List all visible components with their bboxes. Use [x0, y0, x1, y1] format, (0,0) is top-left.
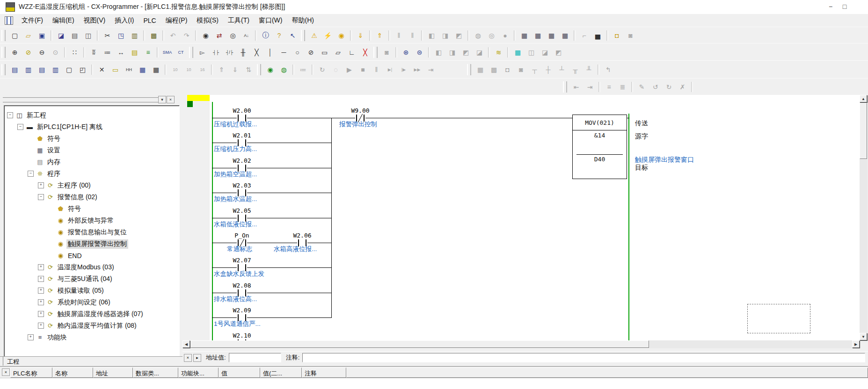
tb-io-comment-view[interactable]: ▦: [136, 64, 149, 76]
tb-compile[interactable]: ⚠: [308, 29, 321, 42]
tb-select-mode[interactable]: ▻: [196, 46, 209, 58]
tree-item-plc[interactable]: −▬新PLC1[CP1H-E] 离线: [4, 121, 179, 133]
tb-view-properties[interactable]: ◰: [76, 64, 89, 76]
tb-cut[interactable]: ✂: [101, 29, 114, 42]
tb-zoom-out[interactable]: ⊖: [36, 46, 48, 58]
tb-new-coil-nc[interactable]: ⊘: [305, 46, 317, 58]
toolbar-drag-handle[interactable]: [1, 47, 6, 58]
tb-error-log-window[interactable]: ▦: [559, 29, 571, 42]
tree-item-alarm-output-reset[interactable]: ◉报警信息输出与复位: [4, 226, 179, 238]
tb-print[interactable]: ▤: [68, 29, 81, 42]
tb-compile-all[interactable]: ⚡: [321, 29, 334, 42]
tree-item-settings[interactable]: ▦设置: [4, 144, 179, 156]
watch-column-3[interactable]: 地址: [93, 367, 133, 378]
menu-plc[interactable]: PLC: [139, 15, 160, 26]
tb-watch-window[interactable]: ▦: [511, 46, 524, 58]
vertical-scroll-thumb[interactable]: [860, 103, 867, 159]
tb-simulator-settings[interactable]: ◍: [277, 64, 290, 76]
tb-monitor-data-display[interactable]: ↔: [115, 46, 127, 58]
tb-address-reference-tool[interactable]: HH: [123, 64, 135, 76]
tree-item-analog-read[interactable]: +⟳模拟量读取 (05): [4, 285, 179, 296]
workspace-pin-button[interactable]: ▾: [158, 96, 166, 103]
tb-show-comment-list[interactable]: ≡: [142, 46, 154, 58]
tb-new-coil[interactable]: ○: [291, 46, 304, 58]
tb-replace[interactable]: ⇄: [213, 29, 226, 42]
maximize-button[interactable]: □: [838, 1, 852, 12]
tb-compile-all-programs[interactable]: ⊜: [413, 46, 426, 58]
tb-view-window[interactable]: ▢: [63, 64, 75, 76]
tb-view-rung-list[interactable]: ▥: [49, 64, 62, 76]
toolbar-drag-handle[interactable]: [189, 47, 193, 58]
watch-empty-row[interactable]: [0, 378, 868, 389]
tree-item-main-program[interactable]: +⟳主程序 (00): [4, 180, 179, 191]
tb-cross-reference[interactable]: ✕: [95, 64, 108, 76]
tb-help[interactable]: ?: [273, 29, 285, 42]
watch-close-button[interactable]: ×: [2, 368, 10, 376]
menu-s[interactable]: 模拟(S): [192, 15, 223, 26]
tb-zoom-in[interactable]: ⊕: [8, 46, 21, 58]
tb-open-project[interactable]: ▱: [22, 29, 35, 42]
tb-new-or-contact[interactable]: ╫: [237, 46, 249, 58]
horizontal-scrollbar[interactable]: ◀ ▶: [182, 340, 860, 348]
watch-column-7[interactable]: 值(二...: [260, 367, 302, 378]
collapse-icon[interactable]: −: [28, 171, 34, 177]
expand-icon[interactable]: +: [38, 276, 44, 282]
tb-new-or-contact-nc[interactable]: ╳: [250, 46, 263, 58]
address-value-field[interactable]: [229, 353, 281, 362]
minimize-button[interactable]: −: [824, 1, 838, 12]
tb-settings-window[interactable]: ▦: [545, 29, 558, 42]
close-address-bar-button[interactable]: ×: [184, 354, 192, 362]
expand-icon[interactable]: +: [38, 288, 44, 294]
collapse-icon[interactable]: −: [17, 124, 23, 130]
tb-symbol-table[interactable]: ≋: [492, 46, 505, 58]
watch-column-5[interactable]: 功能块...: [178, 367, 219, 378]
tb-context-help[interactable]: ↖: [286, 29, 299, 42]
horizontal-scroll-thumb[interactable]: [190, 340, 649, 348]
watch-column-1[interactable]: PLC名称: [10, 367, 52, 378]
tree-item-function-blocks[interactable]: +≡功能块: [4, 331, 179, 343]
instruction-block-mov[interactable]: MOV(021)&14D40: [572, 115, 627, 179]
collapse-icon[interactable]: −: [38, 194, 44, 200]
tree-item-modbus[interactable]: +⟳温湿度Modbus (03): [4, 261, 179, 273]
comment-field[interactable]: [302, 353, 865, 362]
tb-show-grid[interactable]: ∷: [68, 46, 81, 58]
toolbar-drag-handle[interactable]: [467, 64, 471, 75]
tree-item-programs[interactable]: −❊程序: [4, 168, 179, 180]
menu-t[interactable]: 工具(T): [223, 15, 254, 26]
expand-address-bar-button[interactable]: ▸: [193, 354, 201, 362]
tb-vertical-line[interactable]: │: [264, 46, 277, 58]
toolbar-drag-handle[interactable]: [1, 64, 6, 75]
expand-icon[interactable]: +: [38, 311, 44, 317]
tb-save-project[interactable]: ▣: [36, 29, 48, 42]
expand-icon[interactable]: +: [38, 182, 44, 188]
tb-horizontal-line[interactable]: ─: [277, 46, 290, 58]
menu-i[interactable]: 插入(I): [110, 15, 139, 26]
tb-find-all[interactable]: ◎: [226, 29, 239, 42]
tb-ct-view[interactable]: CT: [175, 46, 187, 58]
tb-new-project[interactable]: ▢: [8, 29, 21, 42]
tree-item-memory[interactable]: ▤内存: [4, 156, 179, 168]
scroll-down-button[interactable]: ▼: [860, 333, 867, 340]
watch-column-4[interactable]: 数据类...: [133, 367, 178, 378]
tb-new-instruction-nc[interactable]: ▱: [332, 46, 344, 58]
tb-new-instruction[interactable]: ▭: [318, 46, 331, 58]
tree-item-alarm-info[interactable]: −⟳报警信息 (02): [4, 191, 179, 203]
tree-item-external-feedback[interactable]: ◉外部反馈与异常: [4, 215, 179, 226]
scroll-up-button[interactable]: ▲: [860, 95, 867, 102]
tb-copy[interactable]: ◳: [115, 29, 127, 42]
tree-item-project-root[interactable]: −◫新工程: [4, 109, 179, 121]
tb-plc-memory-window[interactable]: ▦: [532, 29, 544, 42]
tb-export-program[interactable]: ◪: [55, 29, 67, 42]
tab-project[interactable]: 工程: [3, 357, 29, 366]
tree-item-touchscreen-alarm-popup[interactable]: ◉触摸屏报警弹出控制: [4, 238, 179, 250]
scroll-left-button[interactable]: ◀: [182, 340, 190, 348]
tb-show-symbol-bar[interactable]: ▤: [128, 46, 141, 58]
toolbar-drag-handle[interactable]: [257, 64, 261, 75]
tb-line-delete[interactable]: ╳: [359, 46, 372, 58]
tree-item-mitsubishi-5u[interactable]: +⟳与三菱5U通讯 (04): [4, 273, 179, 285]
expand-icon[interactable]: +: [28, 334, 34, 340]
tb-new-contact-nc[interactable]: ┤/├: [223, 46, 236, 58]
tb-about[interactable]: ⓘ: [259, 29, 272, 42]
workspace-close-button[interactable]: ×: [167, 96, 175, 103]
watch-column-2[interactable]: 名称: [52, 367, 93, 378]
